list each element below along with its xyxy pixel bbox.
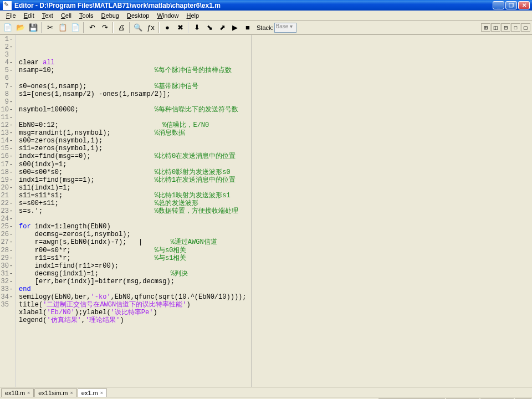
print-icon[interactable]: 🖨: [115, 22, 127, 34]
breakpoint-clear-icon[interactable]: ✖: [174, 22, 186, 34]
code-line[interactable]: EbN0=0:12; %信噪比，E/N0: [19, 121, 532, 129]
redo-icon[interactable]: ↷: [99, 22, 111, 34]
code-line[interactable]: s=s00+s11; %总的发送波形: [19, 200, 532, 207]
menu-help[interactable]: Help: [183, 12, 203, 19]
line-number[interactable]: 12 -: [0, 121, 13, 129]
line-number[interactable]: 18 -: [0, 168, 13, 176]
code-line[interactable]: [19, 215, 532, 223]
file-tab[interactable]: ex1.m×: [78, 388, 107, 397]
line-number[interactable]: 21: [0, 192, 13, 200]
code-line[interactable]: indx1=find(msg==1); %比特1在发送消息中的位置: [19, 176, 532, 184]
line-number[interactable]: 7 -: [0, 83, 13, 90]
line-number[interactable]: 34 -: [0, 293, 13, 301]
step-in-icon[interactable]: ⬊: [203, 22, 216, 34]
code-line[interactable]: title('二进制正交信号在AWGN信道下的误比特率性能'): [19, 301, 532, 309]
code-line[interactable]: s11=s11*s1; %比特1映射为发送波形s1: [19, 192, 532, 200]
line-number[interactable]: 31 -: [0, 270, 13, 278]
code-line[interactable]: semilogy(EbN0,ber,'-ko',EbN0,qfunc(sqrt(…: [19, 293, 532, 301]
code-line[interactable]: s00(indx)=1;: [19, 161, 532, 168]
line-number[interactable]: 29 -: [0, 254, 13, 262]
new-file-icon[interactable]: 📄: [2, 22, 14, 34]
code-line[interactable]: s0=ones(1,nsamp); %基带脉冲信号: [19, 83, 532, 90]
code-line[interactable]: s11=zeros(nsymbol,1);: [19, 145, 532, 152]
find-icon[interactable]: 🔍: [132, 22, 144, 34]
code-line[interactable]: s11(indx1)=1;: [19, 184, 532, 192]
line-number[interactable]: 5 -: [0, 66, 13, 74]
open-file-icon[interactable]: 📂: [14, 22, 27, 34]
code-line[interactable]: r00=s0*r; %与s0相关: [19, 247, 532, 254]
close-button[interactable]: ✕: [518, 1, 530, 9]
maximize-icon[interactable]: □: [511, 23, 520, 32]
menu-cell[interactable]: Cell: [57, 12, 75, 19]
line-number[interactable]: 10 -: [0, 106, 13, 114]
line-number[interactable]: 26 -: [0, 231, 13, 238]
line-number[interactable]: 8: [0, 90, 13, 98]
code-line[interactable]: s00=zeros(nsymbol,1);: [19, 137, 532, 145]
line-number[interactable]: 35: [0, 301, 13, 309]
split-v-icon[interactable]: ⊟: [501, 23, 510, 32]
line-number[interactable]: 17 -: [0, 161, 13, 168]
code-area[interactable]: clear allnsamp=10; %每个脉冲信号的抽样点数s0=ones(1…: [16, 35, 532, 387]
code-line[interactable]: nsamp=10; %每个脉冲信号的抽样点数: [19, 66, 532, 74]
code-line[interactable]: r=awgn(s,EbN0(indx)-7); | %通过AWGN信道: [19, 238, 532, 246]
undo-icon[interactable]: ↶: [86, 22, 98, 34]
code-line[interactable]: [19, 114, 532, 121]
code-line[interactable]: s1=[ones(1,nsamp/2) -ones(1,nsamp/2)];: [19, 90, 532, 98]
code-line[interactable]: nsymbol=100000; %每种信噪比下的发送符号数: [19, 106, 532, 114]
line-number[interactable]: 2 -: [0, 43, 13, 51]
copy-icon[interactable]: 📋: [57, 22, 69, 34]
code-line[interactable]: s=s.'; %数据转置，方便接收端处理: [19, 207, 532, 215]
line-number[interactable]: 23 -: [0, 207, 13, 215]
line-number[interactable]: 32 -: [0, 278, 13, 285]
cut-icon[interactable]: ✂: [44, 22, 56, 34]
minimize-button[interactable]: _: [493, 1, 504, 9]
line-number[interactable]: 1 -: [0, 35, 13, 43]
code-line[interactable]: decmsg(indx1)=1; %判决: [19, 270, 532, 278]
line-number[interactable]: 28 -: [0, 247, 13, 254]
paste-icon[interactable]: 📄: [69, 22, 81, 34]
code-line[interactable]: end: [19, 285, 532, 293]
line-number[interactable]: 20 -: [0, 184, 13, 192]
line-number[interactable]: 6: [0, 74, 13, 82]
code-line[interactable]: indx=find(msg==0); %比特0在发送消息中的位置: [19, 152, 532, 160]
menu-tools[interactable]: Tools: [75, 12, 98, 19]
function-icon[interactable]: ƒx: [145, 22, 157, 34]
code-line[interactable]: legend('仿真结果','理论结果'): [19, 316, 532, 324]
line-number[interactable]: 19 -: [0, 176, 13, 184]
code-line[interactable]: [19, 98, 532, 106]
maximize-button[interactable]: ❐: [505, 1, 517, 9]
file-tab[interactable]: ex10.m×: [1, 388, 34, 397]
line-number[interactable]: 13 -: [0, 129, 13, 137]
menu-edit[interactable]: Edit: [20, 12, 38, 19]
breakpoint-set-icon[interactable]: ●: [161, 22, 173, 34]
line-number[interactable]: 9 -: [0, 98, 13, 106]
code-line[interactable]: [err,ber(indx)]=biterr(msg,decmsg);: [19, 278, 532, 285]
stack-select[interactable]: Base ▾: [274, 23, 296, 33]
line-number[interactable]: 15 -: [0, 145, 13, 152]
line-gutter[interactable]: 1 -2 -3 4 -5 -6 7 -8 9 -10 -11 -12 -13 -…: [0, 35, 16, 387]
code-line[interactable]: indx1=find(r11>=r00);: [19, 262, 532, 270]
code-line[interactable]: for indx=1:length(EbN0): [19, 223, 532, 231]
menu-text[interactable]: Text: [38, 12, 57, 19]
step-icon[interactable]: ⬇: [191, 22, 203, 34]
menu-desktop[interactable]: Desktop: [123, 12, 153, 19]
line-number[interactable]: 4 -: [0, 59, 13, 66]
line-number[interactable]: 3: [0, 51, 13, 59]
continue-icon[interactable]: ▶: [229, 22, 241, 34]
save-icon[interactable]: 💾: [27, 22, 39, 34]
code-line[interactable]: r11=s1*r; %与s1相关: [19, 254, 532, 262]
code-line[interactable]: [19, 324, 532, 332]
tile-icon[interactable]: ⊞: [481, 23, 490, 32]
code-line[interactable]: xlabel('Eb/N0');ylabel('误比特率Pe'): [19, 309, 532, 316]
line-number[interactable]: 22 -: [0, 200, 13, 207]
code-line[interactable]: [19, 74, 532, 82]
line-number[interactable]: 25 -: [0, 223, 13, 231]
menu-file[interactable]: File: [2, 12, 20, 19]
file-tab[interactable]: ex11sim.m×: [34, 388, 76, 397]
line-number[interactable]: 16 -: [0, 152, 13, 160]
stop-icon[interactable]: ■: [242, 22, 254, 34]
line-number[interactable]: 11 -: [0, 114, 13, 121]
step-out-icon[interactable]: ⬈: [216, 22, 228, 34]
line-number[interactable]: 33 -: [0, 285, 13, 293]
code-line[interactable]: s00=s00*s0; %比特0影射为发送波形s0: [19, 168, 532, 176]
